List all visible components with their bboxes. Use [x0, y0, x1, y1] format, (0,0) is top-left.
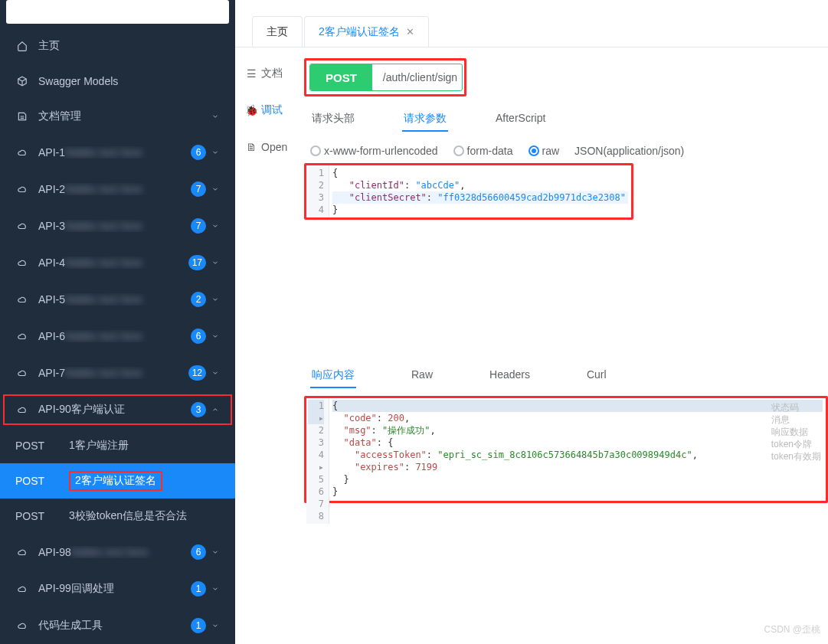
count-badge: 6 — [191, 329, 206, 344]
chevron-down-icon — [211, 258, 220, 267]
request-body-editor[interactable]: 1234 { "clientId": "abcCde", "clientSecr… — [306, 165, 631, 217]
radio-icon — [310, 145, 321, 156]
sidebar-api-label: API-90客户端认证 — [38, 403, 191, 417]
sidebar-docmgmt[interactable]: 文档管理 — [0, 99, 235, 134]
response-highlight: 1 ▸234 ▸5678 { "code": 200, "msg": "操作成功… — [304, 396, 828, 503]
close-icon[interactable]: ✕ — [406, 26, 414, 38]
resptab-raw[interactable]: Raw — [410, 364, 434, 388]
editor-gutter: 1 ▸234 ▸5678 — [306, 398, 329, 524]
response-code: { "code": 200, "msg": "操作成功", "data": { … — [329, 398, 826, 524]
resptab-curl[interactable]: Curl — [585, 364, 608, 388]
radio-raw[interactable]: raw — [529, 144, 560, 157]
cloud-icon — [15, 584, 29, 594]
count-badge: 3 — [191, 402, 206, 417]
sidebar-api-item[interactable]: API-5hidden text here2 — [0, 281, 235, 318]
body-type-row: x-www-form-urlencoded form-data raw JSON… — [310, 144, 828, 157]
reqtab-headers[interactable]: 请求头部 — [310, 107, 356, 132]
reqtab-params[interactable]: 请求参数 — [402, 107, 448, 132]
request-code: { "clientId": "abcCde", "clientSecret": … — [329, 165, 631, 217]
radio-formdata[interactable]: form-data — [453, 144, 513, 157]
resptab-body[interactable]: 响应内容 — [310, 364, 356, 388]
count-badge: 12 — [188, 365, 206, 381]
sidebar-api-item[interactable]: API-2hidden text here7 — [0, 171, 235, 208]
chevron-down-icon — [211, 295, 220, 304]
sidebar-api-label: API-6hidden text here — [38, 330, 191, 342]
docnav-debug[interactable]: 🐞 调试 — [246, 100, 304, 121]
watermark: CSDN @歪桃 — [764, 623, 820, 636]
list-icon: ☰ — [246, 67, 257, 80]
sidebar-api-item[interactable]: API-98hidden text here6 — [0, 534, 235, 570]
sidebar-sub-item[interactable]: POST2客户端认证签名 — [0, 463, 235, 499]
sidebar-api-label: API-99回调处理 — [38, 582, 191, 596]
cloud-icon — [15, 368, 29, 378]
count-badge: 7 — [191, 218, 206, 234]
sidebar-api-label: 代码生成工具 — [38, 619, 191, 633]
sidebar-api-item[interactable]: API-4hidden text here17 — [0, 244, 235, 281]
sidebar-api-item[interactable]: API-3hidden text here7 — [0, 208, 235, 244]
docnav-open-label: Open — [261, 141, 287, 153]
sidebar-api-item[interactable]: 代码生成工具1 — [0, 607, 235, 644]
cloud-icon — [15, 547, 29, 557]
chevron-down-icon — [211, 332, 220, 341]
home-icon — [15, 41, 29, 51]
sidebar-sub-item[interactable]: POST1客户端注册 — [0, 428, 235, 463]
radio-icon — [529, 145, 539, 156]
comment-expires: token有效期 — [771, 450, 821, 463]
sidebar-api-item[interactable]: API-7hidden text here12 — [0, 355, 235, 391]
sidebar-sub-item[interactable]: POST3校验token信息是否合法 — [0, 499, 235, 534]
docnav-doc[interactable]: ☰ 文档 — [246, 63, 304, 84]
sidebar-api-item[interactable]: API-1hidden text here6 — [0, 134, 235, 171]
count-badge: 1 — [191, 581, 206, 597]
tab-current[interactable]: 2客户端认证签名 ✕ — [304, 16, 429, 47]
response-editor[interactable]: 1 ▸234 ▸5678 { "code": 200, "msg": "操作成功… — [306, 398, 826, 524]
sidebar-api-label: API-5hidden text here — [38, 293, 191, 306]
count-badge: 2 — [191, 292, 206, 307]
cloud-icon — [15, 331, 29, 342]
sub-method: POST — [15, 510, 69, 522]
url-highlight: POST /auth/client/sign — [304, 58, 466, 96]
cloud-icon — [15, 221, 29, 231]
url-row: POST /auth/client/sign — [309, 64, 463, 91]
count-badge: 7 — [191, 181, 206, 197]
cloud-icon — [15, 404, 29, 415]
path: /auth/client/sign — [372, 64, 463, 90]
response-comments: 状态码 消息 响应数据 token令牌 token有效期 — [771, 401, 821, 463]
sidebar-api-item[interactable]: API-6hidden text here6 — [0, 318, 235, 355]
radio-form[interactable]: x-www-form-urlencoded — [310, 144, 438, 157]
chevron-down-icon — [211, 621, 220, 630]
sidebar-api-item[interactable]: API-90客户端认证3 — [0, 391, 235, 428]
sidebar-swagger-label: Swagger Models — [38, 75, 220, 87]
sidebar-api-label: API-4hidden text here — [38, 257, 188, 269]
resptab-headers[interactable]: Headers — [488, 364, 532, 388]
comment-data: 响应数据 — [771, 426, 821, 438]
comment-token: token令牌 — [771, 438, 821, 450]
chevron-down-icon — [211, 221, 220, 230]
docnav-open[interactable]: 🗎 Open — [246, 136, 304, 158]
response-tabs: 响应内容 Raw Headers Curl — [310, 364, 828, 388]
bug-icon: 🐞 — [246, 104, 257, 116]
cloud-icon — [15, 257, 29, 268]
chevron-down-icon — [211, 112, 220, 121]
sidebar-api-item[interactable]: API-99回调处理1 — [0, 570, 235, 607]
reqtab-afterscript[interactable]: AfterScript — [494, 107, 547, 132]
tab-home[interactable]: 主页 — [252, 16, 303, 47]
sidebar-api-label: API-98hidden text here — [38, 546, 191, 558]
chevron-down-icon — [211, 368, 220, 378]
sidebar-docmgmt-label: 文档管理 — [38, 110, 211, 123]
sidebar-search[interactable] — [6, 0, 229, 24]
sub-label: 3校验token信息是否合法 — [69, 509, 220, 523]
chevron-down-icon — [211, 584, 220, 593]
work-panel: POST /auth/client/sign 请求头部 请求参数 AfterSc… — [304, 47, 828, 644]
count-badge: 1 — [191, 618, 206, 633]
sidebar-home[interactable]: 主页 — [0, 28, 235, 64]
sub-label: 2客户端认证签名 — [69, 471, 220, 491]
sidebar-swagger[interactable]: Swagger Models — [0, 64, 235, 99]
main-area: 主页 2客户端认证签名 ✕ ☰ 文档 🐞 调试 🗎 Open — [235, 0, 828, 644]
request-tabs: 请求头部 请求参数 AfterScript — [310, 107, 828, 132]
sidebar-api-label: API-2hidden text here — [38, 183, 191, 195]
chevron-down-icon — [211, 548, 220, 557]
sub-method: POST — [15, 440, 69, 452]
chevron-down-icon — [211, 185, 220, 194]
tab-bar: 主页 2客户端认证签名 ✕ — [235, 0, 828, 47]
chevron-down-icon — [211, 148, 220, 157]
